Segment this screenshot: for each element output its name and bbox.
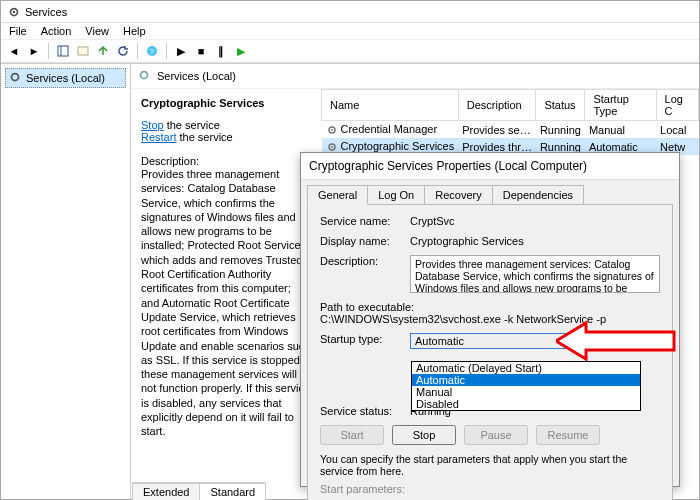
selected-service-name: Cryptographic Services [141, 97, 311, 109]
control-buttons: Start Stop Pause Resume [320, 425, 660, 445]
tree-pane: Services (Local) [1, 64, 131, 499]
export-button[interactable] [94, 42, 112, 60]
services-icon [8, 70, 22, 86]
label-service-status: Service status: [320, 405, 410, 417]
restart-suffix: the service [176, 131, 232, 143]
service-row[interactable]: Credential ManagerProvides se…RunningMan… [322, 121, 699, 139]
option-disabled[interactable]: Disabled [412, 398, 640, 410]
tab-recovery[interactable]: Recovery [424, 185, 492, 205]
separator [48, 43, 49, 59]
startup-type-select[interactable]: Automatic [410, 333, 660, 349]
label-path: Path to executable: [320, 301, 660, 313]
stop-suffix: the service [164, 119, 220, 131]
help-button[interactable]: ? [143, 42, 161, 60]
restart-service-button[interactable]: ▶ [232, 42, 250, 60]
label-start-params: Start parameters: [320, 483, 410, 495]
dialog-title[interactable]: Cryptographic Services Properties (Local… [301, 153, 679, 180]
hint-text: You can specify the start parameters tha… [320, 453, 660, 477]
resume-button: Resume [536, 425, 600, 445]
startup-type-dropdown[interactable]: Automatic (Delayed Start) Automatic Manu… [411, 361, 641, 411]
col-status[interactable]: Status [536, 90, 585, 121]
separator [166, 43, 167, 59]
svg-rect-2 [58, 46, 68, 56]
value-display-name: Cryptographic Services [410, 235, 524, 247]
label-service-name: Service name: [320, 215, 410, 227]
description-pane: Cryptographic Services Stop the service … [131, 89, 321, 499]
pause-service-button[interactable]: ∥ [212, 42, 230, 60]
bottom-tabs: Extended Standard [132, 482, 265, 500]
start-service-button[interactable]: ▶ [172, 42, 190, 60]
col-desc[interactable]: Description [458, 90, 536, 121]
tab-logon[interactable]: Log On [367, 185, 425, 205]
option-delayed[interactable]: Automatic (Delayed Start) [412, 362, 640, 374]
desc-text: Provides three management services: Cata… [141, 167, 311, 439]
toolbar: ◄ ► ? ▶ ■ ∥ ▶ [1, 40, 699, 63]
desc-heading: Description: [141, 155, 311, 167]
menu-file[interactable]: File [9, 25, 27, 37]
svg-rect-4 [78, 47, 88, 55]
menubar: File Action View Help [1, 23, 699, 40]
value-description[interactable]: Provides three management services: Cata… [410, 255, 660, 293]
svg-point-12 [331, 146, 333, 148]
titlebar[interactable]: Services [1, 1, 699, 23]
separator [137, 43, 138, 59]
label-description: Description: [320, 255, 410, 267]
menu-action[interactable]: Action [41, 25, 72, 37]
refresh-button[interactable] [114, 42, 132, 60]
tab-standard[interactable]: Standard [199, 483, 266, 500]
menu-view[interactable]: View [85, 25, 109, 37]
tab-dependencies[interactable]: Dependencies [492, 185, 584, 205]
svg-point-10 [331, 129, 333, 131]
value-path: C:\WINDOWS\system32\svchost.exe -k Netwo… [320, 313, 660, 325]
tree-item-services-local[interactable]: Services (Local) [5, 68, 126, 88]
col-name[interactable]: Name [322, 90, 459, 121]
back-button[interactable]: ◄ [5, 42, 23, 60]
stop-button[interactable]: Stop [392, 425, 456, 445]
tab-general[interactable]: General [307, 185, 368, 205]
pause-button: Pause [464, 425, 528, 445]
detail-header: Services (Local) [131, 64, 699, 89]
value-service-name: CryptSvc [410, 215, 455, 227]
services-icon [137, 68, 151, 84]
restart-link[interactable]: Restart [141, 131, 176, 143]
label-display-name: Display name: [320, 235, 410, 247]
properties-button[interactable] [74, 42, 92, 60]
tree-root-label: Services (Local) [26, 72, 105, 84]
svg-point-8 [141, 72, 148, 79]
service-actions: Stop the service Restart the service [141, 119, 311, 143]
properties-dialog[interactable]: Cryptographic Services Properties (Local… [300, 152, 680, 487]
option-automatic[interactable]: Automatic [412, 374, 640, 386]
detail-header-label: Services (Local) [157, 70, 236, 82]
show-hide-tree-button[interactable] [54, 42, 72, 60]
stop-service-button[interactable]: ■ [192, 42, 210, 60]
stop-link[interactable]: Stop [141, 119, 164, 131]
col-startup[interactable]: Startup Type [585, 90, 656, 121]
header-row: Name Description Status Startup Type Log… [322, 90, 699, 121]
svg-point-7 [12, 74, 19, 81]
forward-button[interactable]: ► [25, 42, 43, 60]
window-title: Services [25, 6, 67, 18]
menu-help[interactable]: Help [123, 25, 146, 37]
svg-text:?: ? [150, 47, 155, 56]
tab-extended[interactable]: Extended [132, 483, 200, 500]
services-icon [7, 5, 21, 19]
dialog-body: Service name: CryptSvc Display name: Cry… [307, 204, 673, 500]
start-button: Start [320, 425, 384, 445]
label-startup-type: Startup type: [320, 333, 410, 345]
col-log[interactable]: Log C [656, 90, 698, 121]
option-manual[interactable]: Manual [412, 386, 640, 398]
dialog-tabs: General Log On Recovery Dependencies [301, 180, 679, 204]
svg-point-1 [13, 10, 16, 13]
